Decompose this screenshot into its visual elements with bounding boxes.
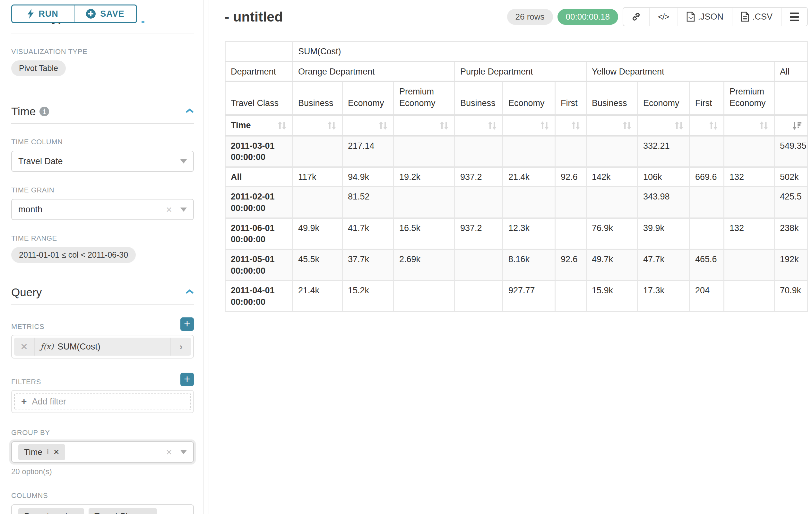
sort-icon[interactable]	[759, 121, 769, 130]
info-icon[interactable]: i	[47, 448, 49, 456]
sort-icon[interactable]	[709, 121, 718, 130]
svg-text:<>: <>	[689, 15, 694, 20]
pivot-value-cell: 92.6	[555, 167, 586, 187]
pivot-table: SUM(Cost)DepartmentOrange DepartmentPurp…	[225, 41, 808, 312]
remove-chip-icon[interactable]: ✕	[145, 512, 151, 514]
visualization-type-control: VISUALIZATION TYPE Pivot Table	[11, 48, 194, 76]
export-csv-button[interactable]: .CSV	[732, 8, 782, 26]
pivot-value-cell	[503, 136, 555, 167]
run-button[interactable]: RUN	[11, 4, 74, 23]
lightning-bolt-icon	[28, 9, 34, 19]
pivot-value-cell	[724, 136, 775, 167]
pivot-value-cell	[586, 187, 638, 218]
expand-metric-icon[interactable]: ›	[170, 337, 191, 356]
save-button[interactable]: SAVE	[74, 4, 137, 23]
pivot-data-row: 2011-06-01 00:00:0049.9k41.7k16.5k937.21…	[225, 218, 808, 249]
pivot-value-cell: 15.9k	[586, 280, 638, 312]
add-filter-dropzone[interactable]: + Add filter	[14, 393, 191, 410]
sort-icon[interactable]	[378, 121, 388, 130]
sort-header-cell	[775, 115, 808, 136]
plus-circle-icon	[86, 9, 96, 19]
sort-icon[interactable]	[540, 121, 549, 130]
columns-chip-department[interactable]: Department ✕	[18, 508, 84, 514]
pivot-value-cell: 21.4k	[503, 167, 555, 187]
view-query-button[interactable]: </>	[649, 8, 678, 26]
clear-icon[interactable]: ×	[166, 204, 172, 215]
group-by-chip-time[interactable]: Time i ✕	[18, 444, 65, 460]
link-icon	[632, 12, 641, 21]
remove-chip-icon[interactable]: ✕	[53, 448, 59, 457]
add-metric-button[interactable]: +	[180, 317, 194, 331]
pivot-value-cell: 332.21	[638, 136, 690, 167]
chevron-down-icon	[180, 208, 187, 212]
query-section: Query METRICS + ✕ ƒ(x) SUM(Cost)	[11, 286, 194, 514]
panel-resize-gutter[interactable]	[204, 0, 209, 514]
travel-class-row-label: Travel Class	[225, 82, 293, 115]
export-json-button[interactable]: <> .JSON	[678, 8, 733, 26]
sort-header-cell	[724, 115, 775, 136]
pivot-value-cell	[724, 280, 775, 312]
travel-class-header-cell: Economy	[503, 82, 555, 115]
control-panel-sidebar: Chart Type RUN SAVE	[0, 0, 204, 514]
time-value-cell: 2011-03-01 00:00:00	[225, 136, 293, 167]
time-column-select[interactable]: Travel Date	[11, 151, 194, 172]
sort-icon[interactable]	[277, 121, 287, 130]
pivot-value-cell: 70.9k	[775, 280, 808, 312]
pivot-value-cell	[455, 187, 503, 218]
sort-header-cell	[503, 115, 555, 136]
sort-icon[interactable]	[327, 121, 337, 130]
csv-button-label: .CSV	[752, 12, 773, 22]
sidebar-top: Chart Type RUN SAVE	[11, 0, 194, 33]
menu-button[interactable]	[782, 8, 807, 26]
chart-title[interactable]: - untitled	[225, 9, 283, 25]
chip-label: Travel Class	[94, 511, 141, 514]
remove-metric-icon[interactable]: ✕	[14, 337, 35, 356]
pivot-value-cell: 94.9k	[343, 167, 394, 187]
chevron-up-icon[interactable]	[185, 109, 194, 114]
pivot-value-cell	[503, 187, 555, 218]
sort-header-cell	[293, 115, 343, 136]
chevron-down-icon	[180, 450, 187, 454]
chip-label: Department	[24, 511, 68, 514]
sort-icon[interactable]	[439, 121, 449, 130]
run-save-button-group: RUN SAVE	[11, 4, 137, 23]
add-filter-placeholder: Add filter	[32, 397, 66, 407]
time-grain-select[interactable]: month ×	[11, 199, 194, 220]
remove-chip-icon[interactable]: ✕	[72, 512, 78, 514]
pivot-value-cell: 2.69k	[394, 249, 455, 280]
pivot-value-cell	[555, 280, 586, 312]
time-range-value[interactable]: 2011-01-01 ≤ col < 2011-06-30	[11, 247, 136, 263]
sort-icon[interactable]	[674, 121, 684, 130]
group-by-select[interactable]: Time i ✕ ×	[11, 441, 194, 463]
chevron-up-icon[interactable]	[185, 290, 194, 295]
json-button-label: .JSON	[698, 12, 724, 22]
columns-select[interactable]: Department ✕ Travel Class ✕ ×	[11, 504, 194, 514]
sort-icon[interactable]	[622, 121, 632, 130]
share-link-button[interactable]	[623, 8, 649, 26]
pivot-value-cell: 192k	[775, 249, 808, 280]
sort-header-cell	[690, 115, 724, 136]
pivot-value-cell: 132	[724, 167, 775, 187]
pivot-value-cell: 12.3k	[503, 218, 555, 249]
department-row-label: Department	[225, 61, 293, 82]
pivot-value-cell	[293, 187, 343, 218]
add-filter-button[interactable]: +	[180, 373, 194, 386]
pivot-value-cell: 106k	[638, 167, 690, 187]
visualization-type-value[interactable]: Pivot Table	[11, 60, 66, 76]
clear-icon[interactable]: ×	[166, 447, 172, 457]
info-icon[interactable]: i	[39, 107, 49, 116]
sort-desc-icon[interactable]	[792, 121, 802, 130]
pivot-value-cell	[555, 187, 586, 218]
sort-icon[interactable]	[488, 121, 497, 130]
pivot-data-row: All117k94.9k19.2k937.221.4k92.6142k106k6…	[225, 167, 808, 187]
travel-class-header-cell	[775, 82, 808, 115]
pivot-value-cell	[690, 136, 724, 167]
file-code-icon: <>	[687, 11, 695, 22]
columns-chip-travel-class[interactable]: Travel Class ✕	[89, 508, 157, 514]
time-column-label: TIME COLUMN	[11, 138, 194, 146]
time-value-cell: 2011-04-01 00:00:00	[225, 280, 293, 312]
superset-explore-view: Chart Type RUN SAVE	[0, 0, 812, 514]
metric-chip[interactable]: ✕ ƒ(x) SUM(Cost) ›	[14, 337, 191, 356]
sort-icon[interactable]	[571, 121, 581, 130]
run-button-label: RUN	[38, 9, 58, 19]
